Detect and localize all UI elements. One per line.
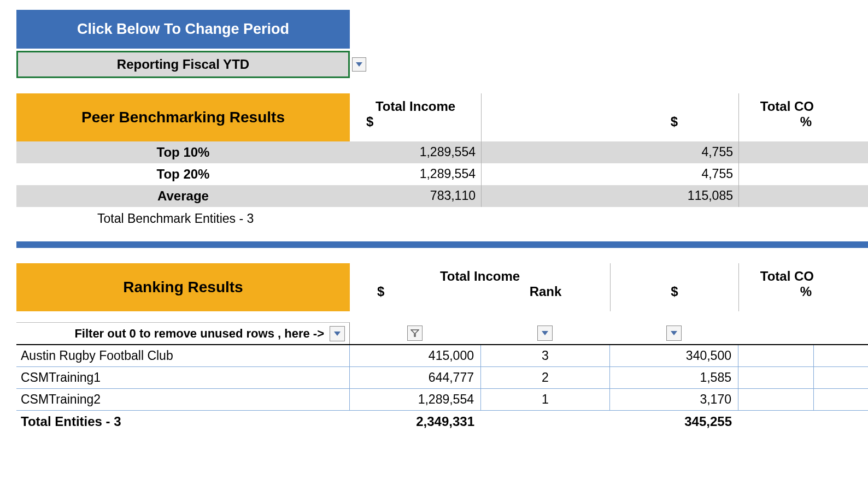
benchmark-row-income: 783,110	[350, 185, 481, 207]
ranking-co-header: Total CO	[739, 263, 814, 284]
benchmark-row-co: 4,755	[610, 141, 738, 163]
benchmark-row-co: 115,085	[610, 185, 738, 207]
period-title: Click Below To Change Period	[16, 10, 350, 49]
ranking-co: 1,585	[610, 367, 738, 388]
svg-marker-2	[411, 330, 419, 336]
ranking-income: 1,289,554	[350, 389, 481, 410]
benchmark-row-income: 1,289,554	[350, 141, 481, 163]
benchmark-row-top10: Top 10% 1,289,554 4,755	[16, 141, 868, 163]
ranking-rank: 1	[481, 389, 610, 410]
benchmark-co-header: Total CO	[739, 93, 814, 114]
ranking-entity-name: CSMTraining2	[16, 389, 350, 410]
benchmark-heading: Peer Benchmarking Results	[16, 93, 350, 141]
ranking-total-co: 345,255	[610, 411, 738, 433]
filter-button-name[interactable]	[330, 326, 345, 341]
filter-active-icon	[410, 329, 419, 337]
ranking-row: Austin Rugby Football Club 415,000 3 340…	[16, 345, 868, 367]
separator-bar	[16, 241, 868, 248]
ranking-total-label: Total Entities - 3	[16, 411, 350, 433]
svg-marker-3	[542, 331, 548, 335]
ranking-co: 340,500	[610, 345, 738, 366]
benchmark-row-label: Top 20%	[16, 163, 350, 185]
benchmark-row-co: 4,755	[610, 163, 738, 185]
period-dropdown-button[interactable]	[352, 57, 366, 72]
svg-marker-1	[334, 332, 341, 336]
ranking-income-header: Total Income	[350, 263, 610, 284]
benchmark-row-income: 1,289,554	[350, 163, 481, 185]
ranking-income: 415,000	[350, 345, 481, 366]
svg-marker-4	[671, 331, 677, 335]
benchmark-entities-note: Total Benchmark Entities - 3	[16, 207, 868, 229]
benchmark-row-top20: Top 20% 1,289,554 4,755	[16, 163, 868, 185]
ranking-rank: 2	[481, 367, 610, 388]
benchmark-row-average: Average 783,110 115,085	[16, 185, 868, 207]
ranking-row: CSMTraining2 1,289,554 1 3,170	[16, 389, 868, 411]
filter-hint-label: Filter out 0 to remove unused rows , her…	[74, 327, 324, 341]
ranking-entity-name: CSMTraining1	[16, 367, 350, 388]
ranking-rank-header: Rank	[481, 284, 610, 303]
benchmark-co-pct: %	[739, 114, 814, 133]
chevron-down-icon	[671, 331, 677, 335]
chevron-down-icon	[334, 332, 341, 336]
ranking-total-row: Total Entities - 3 2,349,331 345,255	[16, 411, 868, 433]
period-dropdown[interactable]: Reporting Fiscal YTD	[16, 51, 350, 78]
ranking-co-pct: %	[739, 284, 814, 303]
ranking-income: 644,777	[350, 367, 481, 388]
svg-marker-0	[356, 62, 362, 67]
ranking-total-income: 2,349,331	[350, 411, 481, 433]
benchmark-income-dollar: $	[350, 114, 481, 133]
chevron-down-icon	[542, 331, 548, 335]
ranking-row: CSMTraining1 644,777 2 1,585	[16, 367, 868, 389]
benchmark-income-header: Total Income	[350, 93, 481, 114]
filter-button-rank[interactable]	[537, 326, 553, 341]
filter-button-co[interactable]	[666, 326, 682, 341]
ranking-rank: 3	[481, 345, 610, 366]
benchmark-row-label: Top 10%	[16, 141, 350, 163]
ranking-co: 3,170	[610, 389, 738, 410]
ranking-heading: Ranking Results	[16, 263, 350, 311]
benchmark-row-label: Average	[16, 185, 350, 207]
ranking-co-dollar: $	[611, 284, 738, 303]
ranking-entity-name: Austin Rugby Football Club	[16, 345, 350, 366]
filter-button-income[interactable]	[407, 326, 423, 341]
ranking-income-dollar: $	[350, 284, 481, 303]
benchmark-co-dollar: $	[610, 114, 738, 133]
chevron-down-icon	[356, 62, 362, 67]
